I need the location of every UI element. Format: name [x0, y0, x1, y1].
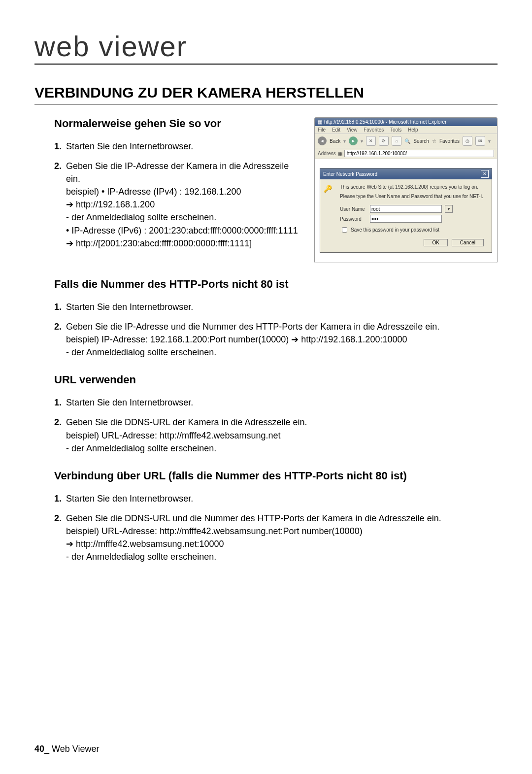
step-text: ➔ http://mfffe42.websamsung.net:10000: [66, 538, 498, 550]
list-item: 1. Starten Sie den Internetbrowser.: [54, 301, 498, 313]
step-text: beispiel) URL-Adresse: http://mfffe42.we…: [66, 525, 498, 538]
dropdown-icon[interactable]: ▼: [445, 205, 453, 213]
auth-dialog-title: Enter Network Password: [323, 171, 377, 177]
menu-file[interactable]: File: [318, 127, 326, 133]
main-title: VERBINDUNG ZU DER KAMERA HERSTELLEN: [34, 84, 498, 104]
step-text: ➔ http://192.168.1.200: [66, 198, 299, 211]
username-input[interactable]: [370, 205, 442, 213]
step-number: 1.: [54, 492, 62, 505]
cancel-button[interactable]: Cancel: [452, 239, 484, 246]
home-button[interactable]: ⌂: [392, 136, 401, 146]
ie-titlebar: ▦ http://192.168.0.254:10000/ - Microsof…: [315, 118, 497, 126]
lock-icon: 🔑: [323, 184, 332, 193]
step-number: 1.: [54, 396, 62, 409]
search-icon[interactable]: 🔍: [404, 138, 410, 144]
step-number: 2.: [54, 512, 62, 525]
list-item: 1. Starten Sie den Internetbrowser.: [54, 140, 299, 153]
step-text: Starten Sie den Internetbrowser.: [66, 398, 193, 407]
auth-message-2: Please type the User Name and Password t…: [340, 194, 487, 199]
list-item: 2. Geben Sie die DDNS-URL der Kamera in …: [54, 416, 498, 454]
step-number: 1.: [54, 140, 62, 153]
section4-title: Verbindung über URL (falls die Nummer de…: [54, 470, 498, 482]
password-label: Password: [340, 216, 367, 222]
ie-page-icon: ▦: [338, 151, 342, 156]
ie-screenshot: ▦ http://192.168.0.254:10000/ - Microsof…: [314, 117, 498, 263]
footer-label: Web Viewer: [52, 744, 99, 754]
section4-steps: 1. Starten Sie den Internetbrowser. 2. G…: [34, 492, 498, 563]
list-item: 1. Starten Sie den Internetbrowser.: [54, 492, 498, 505]
stop-button[interactable]: ✕: [366, 136, 376, 146]
back-button[interactable]: ◄: [318, 136, 327, 145]
section3-title: URL verwenden: [54, 373, 498, 386]
auth-dialog-titlebar: Enter Network Password ✕: [320, 168, 492, 179]
footer-separator: _: [44, 744, 49, 754]
page-number: 40: [34, 744, 44, 754]
menu-view[interactable]: View: [347, 127, 358, 133]
step-text: Starten Sie den Internetbrowser.: [66, 141, 193, 151]
username-label: User Name: [340, 206, 367, 212]
auth-message-1: This secure Web Site (at 192.168.1.200) …: [340, 184, 487, 190]
password-input[interactable]: [370, 215, 442, 223]
step-text: - der Anmeldedialog sollte erscheinen.: [66, 211, 299, 224]
section2-title: Falls die Nummer des HTTP-Ports nicht 80…: [54, 278, 498, 291]
page-footer: 40_ Web Viewer: [34, 744, 99, 754]
back-label: Back: [330, 138, 340, 144]
section1-title: Normalerweise gehen Sie so vor: [54, 117, 299, 130]
list-item: 2. Geben Sie die IP-Adresse und die Numm…: [54, 320, 498, 359]
step-text: Starten Sie den Internetbrowser.: [66, 302, 193, 312]
refresh-button[interactable]: ⟳: [379, 136, 389, 146]
history-button[interactable]: ◷: [463, 136, 472, 146]
step-text: - der Anmeldedialog sollte erscheinen.: [66, 346, 498, 359]
section2-steps: 1. Starten Sie den Internetbrowser. 2. G…: [34, 301, 498, 359]
ie-window-title: http://192.168.0.254:10000/ - Microsoft …: [324, 119, 446, 125]
step-text: beispiel) IP-Adresse: 192.168.1.200:Port…: [66, 333, 498, 346]
step-text: Starten Sie den Internetbrowser.: [66, 494, 193, 504]
section3-steps: 1. Starten Sie den Internetbrowser. 2. G…: [34, 396, 498, 454]
step-text: - der Anmeldedialog sollte erscheinen.: [66, 442, 498, 455]
step-text: • IP-Adresse (IPv6) : 2001:230:abcd:ffff…: [66, 224, 299, 237]
step-text: ➔ http://[2001:230:abcd:ffff:0000:0000:f…: [66, 237, 299, 250]
close-button[interactable]: ✕: [481, 170, 489, 178]
page-header: web viewer: [34, 30, 498, 65]
step-number: 2.: [54, 320, 62, 333]
save-password-label: Save this password in your password list: [351, 227, 439, 233]
ie-page-icon: ▦: [318, 119, 322, 125]
address-input[interactable]: [344, 150, 494, 157]
menu-help[interactable]: Help: [408, 127, 418, 133]
step-text: beispiel) URL-Adresse: http://mfffe42.we…: [66, 429, 498, 442]
ie-menubar[interactable]: File Edit View Favorites Tools Help: [315, 126, 497, 134]
favorites-label: Favorites: [439, 138, 460, 144]
step-number: 2.: [54, 416, 62, 429]
step-text: Geben Sie die DDNS-URL und die Nummer de…: [66, 512, 498, 525]
step-text: Geben Sie die IP-Adresse der Kamera in d…: [66, 160, 299, 185]
mail-button[interactable]: ✉: [475, 136, 485, 146]
step-number: 1.: [54, 301, 62, 313]
ie-address-bar: Address ▦: [315, 148, 497, 159]
ok-button[interactable]: OK: [424, 239, 447, 246]
list-item: 1. Starten Sie den Internetbrowser.: [54, 396, 498, 409]
search-label: Search: [413, 138, 429, 144]
menu-favorites[interactable]: Favorites: [364, 127, 384, 133]
step-text: Geben Sie die DDNS-URL der Kamera in die…: [66, 416, 498, 429]
address-label: Address: [318, 151, 336, 156]
menu-tools[interactable]: Tools: [390, 127, 401, 133]
list-item: 2. Geben Sie die DDNS-URL und die Nummer…: [54, 512, 498, 563]
forward-button[interactable]: ►: [349, 136, 358, 145]
menu-edit[interactable]: Edit: [332, 127, 340, 133]
section1-steps: 1. Starten Sie den Internetbrowser. 2. G…: [34, 140, 299, 250]
step-text: beispiel) • IP-Adresse (IPv4) : 192.168.…: [66, 185, 299, 198]
step-text: Geben Sie die IP-Adresse und die Nummer …: [66, 320, 498, 333]
step-text: - der Anmeldedialog sollte erscheinen.: [66, 550, 498, 563]
ie-toolbar: ◄ Back ▾ ► ▾ ✕ ⟳ ⌂ 🔍 Search ☆ Favorites …: [315, 134, 497, 148]
list-item: 2. Geben Sie die IP-Adresse der Kamera i…: [54, 160, 299, 250]
save-password-checkbox[interactable]: [342, 227, 347, 233]
step-number: 2.: [54, 160, 62, 172]
auth-dialog: Enter Network Password ✕ 🔑 This secure W…: [320, 168, 492, 253]
favorites-icon[interactable]: ☆: [432, 138, 436, 144]
